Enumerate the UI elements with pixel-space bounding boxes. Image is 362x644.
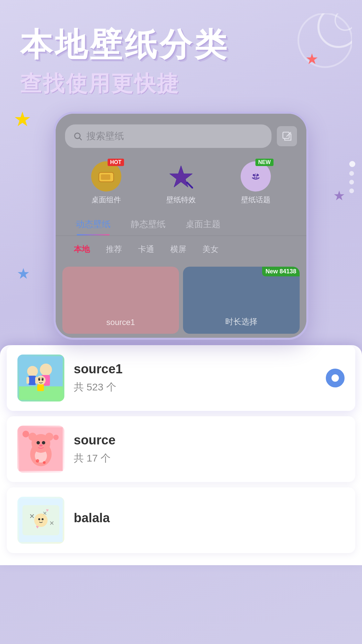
subtab-local[interactable]: 本地 [66, 241, 98, 257]
star-red: ★ [305, 50, 318, 67]
source-info: source 共 17 个 [74, 433, 345, 465]
svg-rect-8 [101, 174, 110, 180]
search-bar[interactable]: 搜索壁纸 [65, 124, 272, 148]
balala-thumb-wrap: ✕ ✕ ✕ ♥ ♥ [17, 497, 64, 544]
svg-point-17 [27, 366, 38, 377]
source1-info: source1 共 523 个 [74, 362, 316, 394]
svg-point-13 [253, 174, 255, 176]
svg-point-3 [75, 133, 80, 138]
svg-point-21 [40, 364, 52, 376]
source-count: 共 17 个 [74, 451, 345, 465]
svg-point-37 [37, 441, 40, 444]
tab-static[interactable]: 静态壁纸 [121, 213, 176, 235]
svg-rect-18 [28, 376, 36, 385]
feature-icon-effects [166, 161, 196, 192]
new-badge: NEW [255, 159, 273, 166]
lotso-illustration [19, 427, 63, 471]
svg-point-31 [53, 435, 59, 440]
svg-point-14 [257, 174, 259, 176]
svg-point-38 [42, 441, 45, 444]
source1-thumb [17, 355, 64, 401]
dot-decoration [349, 161, 355, 193]
tab-row: 动态壁纸 静态壁纸 桌面主题 [56, 213, 306, 236]
subtab-landscape[interactable]: 横屏 [162, 241, 194, 257]
svg-text:✕: ✕ [29, 513, 35, 520]
star-yellow: ★ [13, 107, 32, 131]
subtab-row: 本地 推荐 卡通 横屏 美女 [56, 236, 306, 263]
sub-title: 查找使用更快捷 [20, 69, 342, 98]
effects-icon [169, 164, 193, 189]
source-list: source1 共 523 个 [0, 345, 362, 565]
balala-illustration: ✕ ✕ ✕ ♥ ♥ [19, 498, 63, 542]
source-thumb [17, 426, 64, 473]
feature-row: HOT 桌面组件 壁纸特效 NEW [56, 155, 306, 213]
grid-card-duration[interactable]: New 84138 时长选择 [183, 267, 300, 334]
search-icon [73, 131, 82, 141]
svg-point-25 [38, 379, 40, 381]
hot-badge: HOT [108, 159, 124, 166]
source-name: source [74, 433, 345, 447]
search-placeholder: 搜索壁纸 [86, 130, 124, 143]
tab-themes[interactable]: 桌面主题 [176, 213, 231, 235]
main-title: 本地壁纸分类 [20, 27, 342, 62]
feature-icon-topics: NEW # [241, 161, 271, 192]
export-button[interactable] [277, 126, 297, 146]
svg-line-4 [79, 138, 81, 140]
topics-icon: # [246, 167, 265, 186]
feature-label-effects: 壁纸特效 [166, 195, 196, 205]
svg-line-27 [38, 378, 40, 378]
grid-card-label-duration: 时长选择 [225, 316, 257, 327]
svg-point-40 [36, 459, 39, 463]
star-purple: ★ [333, 188, 345, 203]
svg-point-49 [34, 514, 48, 527]
grid-card-label-source1: source1 [106, 318, 135, 327]
export-icon [282, 131, 292, 142]
svg-line-28 [42, 378, 44, 378]
source1-count: 共 523 个 [74, 380, 316, 394]
source-item-balala[interactable]: ✕ ✕ ✕ ♥ ♥ balala [7, 487, 355, 553]
svg-rect-19 [26, 377, 29, 384]
subtab-beauty[interactable]: 美女 [194, 241, 227, 257]
radio-inner [331, 374, 339, 382]
balala-info: balala [74, 511, 345, 529]
feature-desktop-widgets[interactable]: HOT 桌面组件 [91, 161, 121, 205]
svg-text:♥: ♥ [46, 507, 49, 513]
source-item-source[interactable]: source 共 17 个 [7, 416, 355, 482]
source1-name: source1 [74, 362, 316, 376]
feature-label-topics: 壁纸话题 [241, 195, 270, 205]
subtab-cartoon[interactable]: 卡通 [130, 241, 162, 257]
feature-wallpaper-topics[interactable]: NEW # 壁纸话题 [241, 161, 271, 205]
svg-point-30 [22, 431, 29, 437]
svg-point-26 [42, 379, 44, 381]
svg-line-10 [187, 182, 193, 189]
source1-radio[interactable] [326, 369, 345, 387]
title-section: 本地壁纸分类 查找使用更快捷 [0, 0, 362, 98]
new-badge-grid: New 84138 [262, 267, 300, 276]
subtab-recommend[interactable]: 推荐 [98, 241, 130, 257]
svg-point-51 [42, 518, 44, 520]
tab-dynamic[interactable]: 动态壁纸 [66, 213, 121, 235]
svg-text:✕: ✕ [49, 520, 54, 527]
search-bar-wrap: 搜索壁纸 [56, 114, 306, 155]
balala-name: balala [74, 511, 345, 525]
grid-card-source1[interactable]: source1 [62, 267, 179, 334]
shinchan-illustration [19, 356, 63, 400]
svg-point-41 [43, 461, 46, 464]
widget-icon [98, 170, 114, 182]
content-grid: source1 New 84138 时长选择 [56, 263, 306, 338]
star-blue: ★ [17, 265, 30, 282]
svg-point-50 [38, 518, 40, 520]
source-item-source1[interactable]: source1 共 523 个 [7, 345, 355, 411]
feature-wallpaper-effects[interactable]: 壁纸特效 [166, 161, 196, 205]
svg-point-39 [39, 444, 43, 446]
phone-mockup: 搜索壁纸 HOT 桌面组件 [54, 112, 308, 340]
svg-point-23 [36, 376, 46, 385]
svg-point-36 [45, 433, 53, 441]
feature-icon-desktop: HOT [91, 161, 121, 192]
svg-point-35 [28, 433, 37, 441]
svg-rect-24 [37, 384, 44, 391]
feature-label-desktop: 桌面组件 [92, 195, 121, 205]
